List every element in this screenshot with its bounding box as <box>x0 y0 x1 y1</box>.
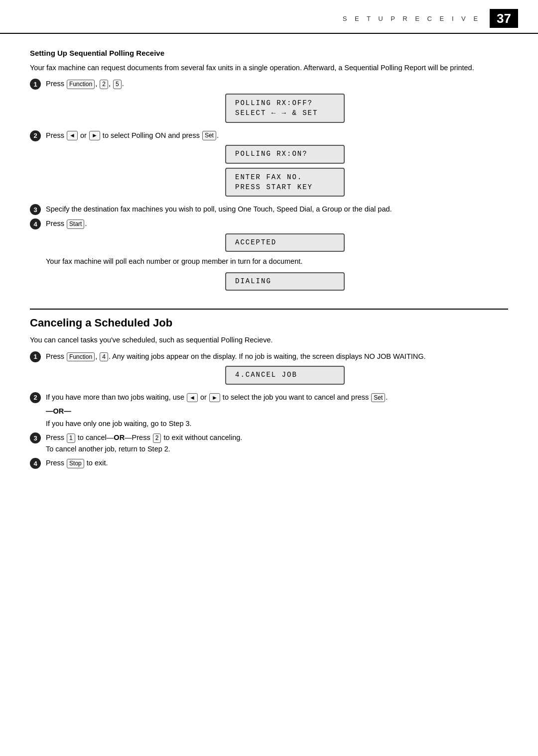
or-note: If you have only one job waiting, go to … <box>46 418 508 429</box>
step2-content: Press ◄ or ► to select Polling ON and pr… <box>46 130 508 201</box>
lcd4b-wrapper: DIALING <box>62 272 508 291</box>
step3-content: Specify the destination fax machines you… <box>46 204 508 215</box>
key-function-c1: Function <box>67 352 95 362</box>
key-back-c2: ◄ <box>187 393 198 403</box>
key-2: 2 <box>100 80 108 89</box>
cancel-step1-number: 1 <box>30 351 41 362</box>
cancel-step3-number: 3 <box>30 432 41 443</box>
cancel-step2-number: 2 <box>30 392 41 403</box>
cancel-step1: 1 Press Function, 4. Any waiting jobs ap… <box>30 351 508 389</box>
section1-intro: Your fax machine can request documents f… <box>30 62 508 73</box>
section-cancel-job: Canceling a Scheduled Job You can cancel… <box>30 309 508 469</box>
section2-intro: You can cancel tasks you've scheduled, s… <box>30 334 508 345</box>
key-fwd-c2: ► <box>209 393 220 403</box>
step4-post-text: Your fax machine will poll each number o… <box>46 256 508 267</box>
lcd2a-wrapper: POLLING RX:ON? <box>62 145 508 164</box>
key-start: Start <box>67 219 84 229</box>
step2: 2 Press ◄ or ► to select Polling ON and … <box>30 130 508 201</box>
cancel-step3-content: Press 1 to cancel—OR—Press 2 to exit wit… <box>46 432 508 454</box>
bold-or: OR <box>114 433 125 441</box>
step1-number: 1 <box>30 79 41 90</box>
key-2: 2 <box>153 433 161 443</box>
key-4: 4 <box>100 352 108 362</box>
cancel-step4: 4 Press Stop to exit. <box>30 457 508 469</box>
key-5: 5 <box>113 80 122 89</box>
step4: 4 Press Start. ACCEPTED Your fax machine… <box>30 218 508 295</box>
cancel-step3: 3 Press 1 to cancel—OR—Press 2 to exit w… <box>30 432 508 454</box>
lcd-cancel-job-wrapper: 4.CANCEL JOB <box>62 366 508 385</box>
section-polling-receive: Setting Up Sequential Polling Receive Yo… <box>30 49 508 295</box>
key-back: ◄ <box>67 131 78 140</box>
step1-content: Press Function, 2, 5. POLLING RX:OFF?SEL… <box>46 78 508 126</box>
lcd4a-wrapper: ACCEPTED <box>62 233 508 252</box>
cancel-step4-content: Press Stop to exit. <box>46 457 508 468</box>
lcd-polling-on: POLLING RX:ON? <box>225 145 345 164</box>
header-title: S E T U P R E C E I V E <box>343 15 481 22</box>
cancel-step2: 2 If you have more than two jobs waiting… <box>30 392 508 403</box>
key-stop: Stop <box>67 459 84 468</box>
step3: 3 Specify the destination fax machines y… <box>30 204 508 215</box>
key-set-c2: Set <box>371 393 385 403</box>
lcd-accepted: ACCEPTED <box>225 233 345 252</box>
lcd1-wrapper: POLLING RX:OFF?SELECT ← → & SET <box>62 94 508 123</box>
lcd2b-wrapper: ENTER FAX NO.PRESS START KEY <box>62 168 508 197</box>
cancel-step4-number: 4 <box>30 458 41 469</box>
section2-title: Canceling a Scheduled Job <box>30 317 508 329</box>
step3-number: 3 <box>30 204 41 215</box>
lcd-dialing: DIALING <box>225 272 345 291</box>
key-fwd: ► <box>89 131 100 140</box>
section1-title: Setting Up Sequential Polling Receive <box>30 49 508 57</box>
step4-number: 4 <box>30 218 41 229</box>
lcd-polling-off: POLLING RX:OFF?SELECT ← → & SET <box>225 94 345 123</box>
main-content: Setting Up Sequential Polling Receive Yo… <box>0 34 538 492</box>
cancel-step2-content: If you have more than two jobs waiting, … <box>46 392 508 403</box>
key-1: 1 <box>67 433 75 443</box>
page-header: S E T U P R E C E I V E 37 <box>0 0 538 34</box>
lcd-cancel-job: 4.CANCEL JOB <box>225 366 345 385</box>
lcd-enter-fax: ENTER FAX NO.PRESS START KEY <box>225 168 345 197</box>
key-set: Set <box>202 131 216 140</box>
step2-number: 2 <box>30 130 41 141</box>
page-number: 37 <box>490 9 518 28</box>
step4-content: Press Start. ACCEPTED Your fax machine w… <box>46 218 508 295</box>
step1: 1 Press Function, 2, 5. POLLING RX:OFF?S… <box>30 78 508 126</box>
key-function: Function <box>67 80 95 89</box>
or-separator: —OR— <box>46 407 508 415</box>
cancel-step1-content: Press Function, 4. Any waiting jobs appe… <box>46 351 508 389</box>
